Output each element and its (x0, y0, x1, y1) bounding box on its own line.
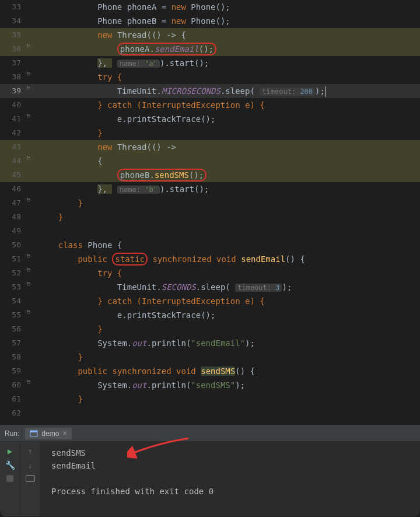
code-line[interactable]: new Thread(() -> { (38, 28, 420, 42)
code-line[interactable]: public static synchronized void sendEmai… (38, 252, 420, 266)
code-line[interactable]: public synchronized void sendSMS() { (38, 364, 420, 378)
highlighted-call-sendemail: phoneA.sendEmail(); (117, 43, 216, 55)
code-line[interactable]: class Phone { (38, 238, 420, 252)
line-number: 53 (0, 280, 27, 294)
code-line[interactable]: }, name: "b").start(); (38, 182, 420, 197)
app-icon (30, 430, 38, 437)
stop-icon[interactable] (6, 474, 13, 484)
code-line[interactable]: } catch (InterruptedException e) { (38, 294, 420, 308)
line-number: 59 (0, 364, 27, 378)
highlighted-call-sendsms: phoneB.sendSMS(); (117, 169, 206, 181)
param-hint: name: "a" (117, 60, 160, 68)
line-number: 34 (0, 14, 27, 28)
code-line[interactable]: } catch (InterruptedException e) { (38, 98, 420, 112)
down-icon[interactable]: ↓ (27, 460, 32, 470)
line-number: 54 (0, 294, 27, 308)
soft-wrap-icon[interactable] (26, 474, 35, 484)
line-number: 50 (0, 238, 27, 252)
up-icon[interactable]: ↑ (27, 446, 32, 456)
run-label: Run: (5, 429, 19, 438)
line-number: 52 (0, 266, 27, 280)
code-line[interactable]: System.out.println("sendEmail"); (38, 336, 420, 350)
line-number: 49 (0, 224, 27, 238)
code-line[interactable]: Phone phoneB = new Phone(); (38, 14, 420, 28)
param-hint: name: "b" (117, 186, 160, 194)
line-number: 47 (0, 196, 27, 210)
code-line[interactable]: } (38, 350, 420, 364)
line-number: 44 (0, 154, 27, 168)
run-toolbar-nav: ↑ ↓ (20, 442, 40, 516)
caret (326, 86, 326, 97)
code-line[interactable]: } (38, 126, 420, 140)
code-line[interactable]: TimeUnit.MICROSECONDS.sleep( timeout: 20… (38, 84, 420, 99)
line-number: 61 (0, 392, 27, 406)
code-line[interactable]: Phone phoneA = new Phone(); (38, 0, 420, 14)
line-number: 62 (0, 406, 27, 420)
line-number: 33 (0, 0, 27, 14)
code-line[interactable]: new Thread(() -> (38, 140, 420, 154)
line-number: 39 (0, 84, 27, 98)
code-line[interactable]: } (38, 210, 420, 224)
line-number: 42 (0, 126, 27, 140)
run-toolbar-left: ▶ 🔧 (0, 442, 20, 516)
line-number: 58 (0, 350, 27, 364)
line-number: 43 (0, 140, 27, 154)
console-line: Process finished with exit code 0 (51, 485, 408, 498)
code-line[interactable]: } (38, 196, 420, 210)
line-number: 37 (0, 56, 27, 70)
code-line[interactable]: { (38, 154, 420, 168)
run-tabs[interactable]: Run: demo ✕ (0, 425, 420, 442)
console-line: sendSMS (51, 446, 408, 459)
line-number: 38 (0, 70, 27, 84)
line-number: 55 (0, 308, 27, 322)
code-line[interactable]: } (38, 322, 420, 336)
code-line[interactable]: phoneA.sendEmail(); (38, 42, 420, 56)
line-number: 60 (0, 378, 27, 392)
code-line[interactable]: e.printStackTrace(); (38, 308, 420, 322)
run-tab[interactable]: demo ✕ (25, 428, 72, 439)
line-number: 56 (0, 322, 27, 336)
console-line: sendEmail (51, 459, 408, 472)
console-output[interactable]: sendSMS sendEmail Process finished with … (40, 442, 420, 516)
line-number: 48 (0, 210, 27, 224)
code-line[interactable]: try { (38, 266, 420, 280)
wrench-icon[interactable]: 🔧 (5, 460, 15, 470)
param-hint: timeout: 200 (260, 88, 315, 96)
code-line[interactable]: phoneB.sendSMS(); (38, 168, 420, 182)
code-line[interactable]: try { (38, 70, 420, 84)
close-icon[interactable]: ✕ (62, 430, 67, 436)
code-line[interactable]: TimeUnit.SECONDS.sleep( timeout: 3); (38, 280, 420, 295)
line-number: 40 (0, 98, 27, 112)
line-number: 51 (0, 252, 27, 266)
line-number: 35 (0, 28, 27, 42)
line-number: 41 (0, 112, 27, 126)
line-number: 57 (0, 336, 27, 350)
svg-rect-1 (30, 431, 37, 432)
code-line[interactable]: }, name: "a").start(); (38, 56, 420, 71)
code-line[interactable]: } (38, 392, 420, 406)
code-line[interactable]: System.out.println("sendSMS"); (38, 378, 420, 392)
run-tab-label: demo (41, 429, 59, 438)
code-editor[interactable]: 33 Phone phoneA = new Phone(); 34 Phone … (0, 0, 420, 425)
line-number: 36 (0, 42, 27, 56)
code-line[interactable]: e.printStackTrace(); (38, 112, 420, 126)
highlighted-static: static (112, 253, 148, 266)
line-number: 45 (0, 168, 27, 182)
param-hint: timeout: 3 (235, 284, 282, 292)
run-icon[interactable]: ▶ (8, 446, 12, 456)
line-number: 46 (0, 182, 27, 196)
run-panel: Run: demo ✕ ▶ 🔧 ↑ ↓ sendSMS sendEmail Pr… (0, 425, 420, 516)
